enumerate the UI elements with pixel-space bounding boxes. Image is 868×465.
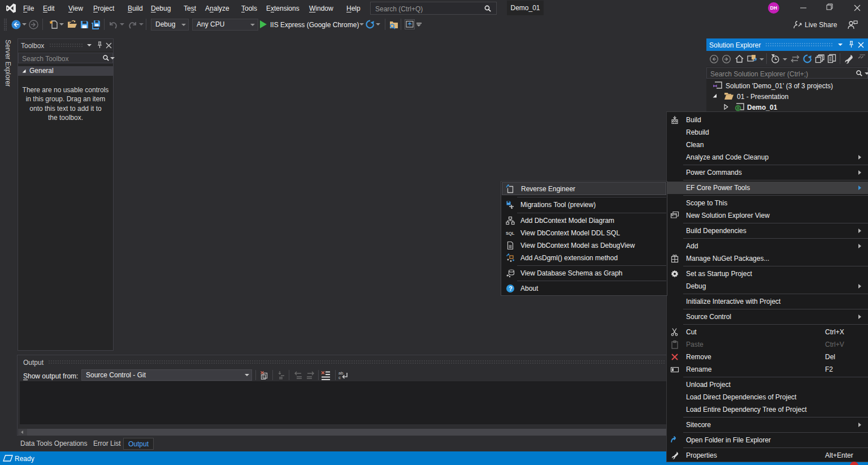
svg-text:?: ? — [509, 285, 512, 292]
svg-text:c: c — [338, 375, 341, 380]
svg-text:SQL: SQL — [506, 231, 515, 236]
